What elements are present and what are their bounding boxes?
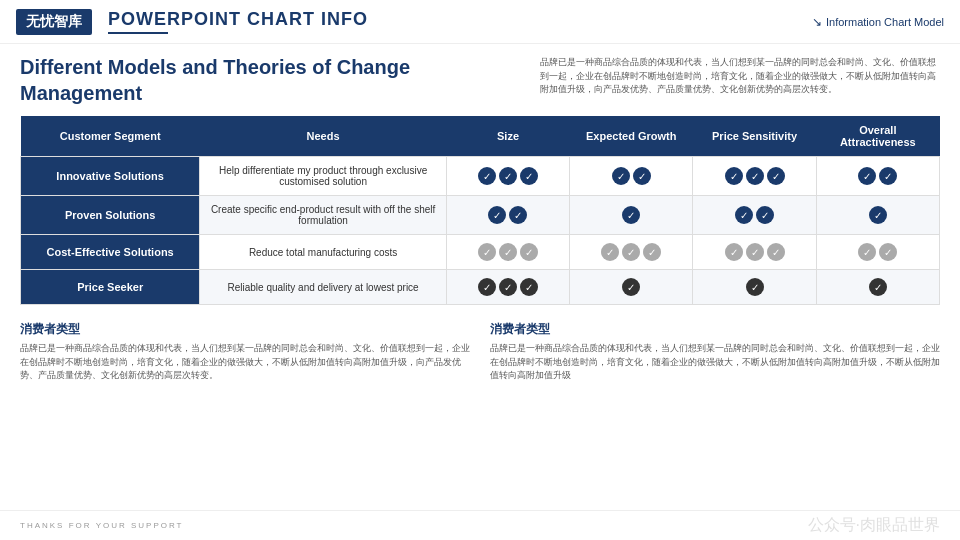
needs-cell: Help differentiate my product through ex… bbox=[200, 157, 447, 196]
growth-cell: ✓ bbox=[570, 196, 693, 235]
bottom-left-block: 消费者类型 品牌已是一种商品综合品质的体现和代表，当人们想到某一品牌的同时总会和… bbox=[20, 321, 470, 383]
segment-cell: Innovative Solutions bbox=[21, 157, 200, 196]
check-icon-blue: ✓ bbox=[858, 167, 876, 185]
check-icon-dark: ✓ bbox=[520, 278, 538, 296]
page-description: 品牌已是一种商品综合品质的体现和代表，当人们想到某一品牌的同时总会和时尚、文化、… bbox=[540, 54, 940, 97]
title-section: Different Models and Theories of Change … bbox=[20, 54, 940, 106]
check-icon-blue: ✓ bbox=[478, 167, 496, 185]
app-header: 无忧智库 POWERPOINT CHART INFO ↘ Information… bbox=[0, 0, 960, 44]
check-icon-blue: ✓ bbox=[509, 206, 527, 224]
segment-cell: Proven Solutions bbox=[21, 196, 200, 235]
attractiveness-cell: ✓ bbox=[816, 270, 939, 305]
check-icon-blue: ✓ bbox=[488, 206, 506, 224]
check-icons-group: ✓✓ bbox=[699, 206, 809, 224]
check-icon-gray: ✓ bbox=[767, 243, 785, 261]
check-icon-blue: ✓ bbox=[633, 167, 651, 185]
check-icon-blue: ✓ bbox=[622, 206, 640, 224]
check-icons-group: ✓✓ bbox=[453, 206, 563, 224]
attractiveness-cell: ✓✓ bbox=[816, 235, 939, 270]
check-icons-group: ✓✓✓ bbox=[453, 278, 563, 296]
check-icon-blue: ✓ bbox=[612, 167, 630, 185]
col-header-needs: Needs bbox=[200, 116, 447, 157]
needs-cell: Reliable quality and delivery at lowest … bbox=[200, 270, 447, 305]
needs-cell: Reduce total manufacturing costs bbox=[200, 235, 447, 270]
bottom-left-text: 品牌已是一种商品综合品质的体现和代表，当人们想到某一品牌的同时总会和时尚、文化、… bbox=[20, 342, 470, 383]
check-icon-gray: ✓ bbox=[478, 243, 496, 261]
col-header-sensitivity: Price Sensitivity bbox=[693, 116, 816, 157]
check-icon-dark: ✓ bbox=[478, 278, 496, 296]
check-icons-group: ✓ bbox=[576, 206, 686, 224]
needs-cell: Create specific end-product result with … bbox=[200, 196, 447, 235]
check-icon-blue: ✓ bbox=[756, 206, 774, 224]
bottom-left-heading: 消费者类型 bbox=[20, 321, 470, 338]
check-icon-gray: ✓ bbox=[622, 243, 640, 261]
check-icon-blue: ✓ bbox=[746, 167, 764, 185]
sensitivity-cell: ✓ bbox=[693, 270, 816, 305]
check-icon-blue: ✓ bbox=[520, 167, 538, 185]
check-icon-blue: ✓ bbox=[879, 167, 897, 185]
footer-thanks: THANKS FOR YOUR SUPPORT bbox=[20, 521, 184, 530]
check-icons-group: ✓ bbox=[823, 278, 933, 296]
check-icon-gray: ✓ bbox=[725, 243, 743, 261]
size-cell: ✓✓ bbox=[446, 196, 569, 235]
check-icons-group: ✓ bbox=[699, 278, 809, 296]
header-info: ↘ Information Chart Model bbox=[812, 15, 944, 29]
header-left: 无忧智库 POWERPOINT CHART INFO bbox=[16, 9, 368, 35]
size-cell: ✓✓✓ bbox=[446, 270, 569, 305]
check-icons-group: ✓✓ bbox=[576, 167, 686, 185]
check-icon-dark: ✓ bbox=[499, 278, 517, 296]
check-icons-group: ✓✓✓ bbox=[699, 243, 809, 261]
check-icon-blue: ✓ bbox=[767, 167, 785, 185]
growth-cell: ✓✓ bbox=[570, 157, 693, 196]
arrow-icon: ↘ bbox=[812, 15, 822, 29]
sensitivity-cell: ✓✓✓ bbox=[693, 157, 816, 196]
table-row: Proven SolutionsCreate specific end-prod… bbox=[21, 196, 940, 235]
check-icon-blue: ✓ bbox=[735, 206, 753, 224]
check-icons-group: ✓✓✓ bbox=[453, 243, 563, 261]
table-row: Cost-Effective SolutionsReduce total man… bbox=[21, 235, 940, 270]
table-row: Price SeekerReliable quality and deliver… bbox=[21, 270, 940, 305]
segment-cell: Price Seeker bbox=[21, 270, 200, 305]
data-table: Customer Segment Needs Size Expected Gro… bbox=[20, 116, 940, 305]
header-underline bbox=[108, 32, 168, 34]
bottom-section: 消费者类型 品牌已是一种商品综合品质的体现和代表，当人们想到某一品牌的同时总会和… bbox=[20, 315, 940, 383]
app-footer: THANKS FOR YOUR SUPPORT 公众号·肉眼品世界 bbox=[0, 510, 960, 540]
check-icon-dark: ✓ bbox=[622, 278, 640, 296]
logo: 无忧智库 bbox=[16, 9, 92, 35]
attractiveness-cell: ✓ bbox=[816, 196, 939, 235]
main-content: Different Models and Theories of Change … bbox=[0, 44, 960, 389]
table-row: Innovative SolutionsHelp differentiate m… bbox=[21, 157, 940, 196]
col-header-growth: Expected Growth bbox=[570, 116, 693, 157]
check-icon-gray: ✓ bbox=[520, 243, 538, 261]
footer-watermark: 公众号·肉眼品世界 bbox=[808, 515, 940, 536]
col-header-segment: Customer Segment bbox=[21, 116, 200, 157]
segment-cell: Cost-Effective Solutions bbox=[21, 235, 200, 270]
bottom-right-text: 品牌已是一种商品综合品质的体现和代表，当人们想到某一品牌的同时总会和时尚、文化、… bbox=[490, 342, 940, 383]
sensitivity-cell: ✓✓ bbox=[693, 196, 816, 235]
size-cell: ✓✓✓ bbox=[446, 157, 569, 196]
check-icons-group: ✓✓✓ bbox=[453, 167, 563, 185]
check-icons-group: ✓✓✓ bbox=[699, 167, 809, 185]
bottom-right-heading: 消费者类型 bbox=[490, 321, 940, 338]
check-icon-gray: ✓ bbox=[858, 243, 876, 261]
check-icon-blue: ✓ bbox=[499, 167, 517, 185]
check-icon-dark: ✓ bbox=[746, 278, 764, 296]
check-icons-group: ✓✓✓ bbox=[576, 243, 686, 261]
check-icon-gray: ✓ bbox=[499, 243, 517, 261]
sensitivity-cell: ✓✓✓ bbox=[693, 235, 816, 270]
check-icon-gray: ✓ bbox=[746, 243, 764, 261]
check-icons-group: ✓ bbox=[576, 278, 686, 296]
check-icons-group: ✓✓ bbox=[823, 243, 933, 261]
col-header-attractiveness: Overall Attractiveness bbox=[816, 116, 939, 157]
bottom-right-block: 消费者类型 品牌已是一种商品综合品质的体现和代表，当人们想到某一品牌的同时总会和… bbox=[490, 321, 940, 383]
check-icon-dark: ✓ bbox=[869, 278, 887, 296]
check-icon-blue: ✓ bbox=[725, 167, 743, 185]
table-header-row: Customer Segment Needs Size Expected Gro… bbox=[21, 116, 940, 157]
check-icon-gray: ✓ bbox=[601, 243, 619, 261]
check-icon-gray: ✓ bbox=[879, 243, 897, 261]
col-header-size: Size bbox=[446, 116, 569, 157]
check-icon-gray: ✓ bbox=[643, 243, 661, 261]
attractiveness-cell: ✓✓ bbox=[816, 157, 939, 196]
check-icon-blue: ✓ bbox=[869, 206, 887, 224]
check-icons-group: ✓✓ bbox=[823, 167, 933, 185]
